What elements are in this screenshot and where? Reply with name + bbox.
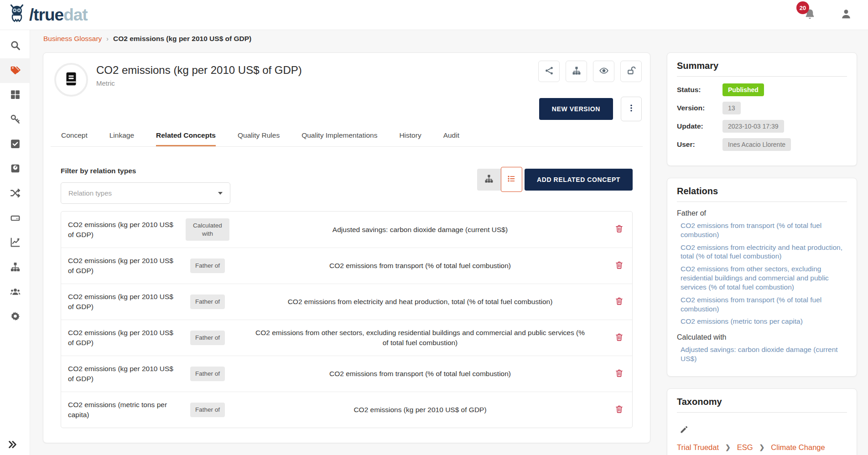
delete-relation-button[interactable] [606,296,632,308]
watch-button[interactable] [593,61,614,82]
concept-card: CO2 emissions (kg per 2010 US$ of GDP) M… [43,52,650,443]
sidebar-item-access[interactable] [0,108,30,132]
relation-source: CO2 emissions (kg per 2010 US$ of GDP) [61,256,181,275]
new-version-button[interactable]: NEW VERSION [539,98,613,120]
tab-history[interactable]: History [399,131,421,146]
gear-icon [10,310,21,324]
taxonomy-path: Trial Truedat ❯ ESG ❯ Climate Change [677,443,847,455]
caret-down-icon [218,192,223,195]
drive-icon [10,212,21,225]
update-label: Update: [677,122,722,130]
relation-link[interactable]: CO2 emissions from electricity and heat … [681,243,847,261]
delete-relation-button[interactable] [606,332,632,344]
users-icon [10,286,21,299]
chevron-right-icon: ❯ [725,444,731,451]
taxonomy-link-subdomain[interactable]: ESG [737,443,753,452]
relations-panel: Relations Father of CO2 emissions from t… [667,178,857,377]
left-sidebar [0,30,30,455]
user-label: User: [677,140,722,149]
double-chevron-right-icon [7,443,17,451]
tab-concept[interactable]: Concept [61,131,88,146]
sidebar-item-users[interactable] [0,280,30,305]
trash-icon [614,368,624,380]
delete-relation-button[interactable] [606,224,632,235]
tab-related-concepts[interactable]: Related Concepts [156,131,216,146]
notifications-bell-icon[interactable]: 20 [804,8,816,22]
sidebar-item-scoring[interactable] [0,157,30,181]
truedat-logo[interactable]: /truedat [6,4,88,26]
delete-relation-button[interactable] [606,368,632,380]
relation-types-select[interactable]: Relation types [61,182,230,204]
notification-count-badge: 20 [796,1,809,14]
related-concepts-list: CO2 emissions (kg per 2010 US$ of GDP) C… [61,211,633,428]
user-profile-icon[interactable] [840,8,852,22]
relation-type-badge: Father of [190,331,225,345]
relation-type-badge: Father of [190,403,225,417]
delete-relation-button[interactable] [606,260,632,272]
relation-source: CO2 emissions (kg per 2010 US$ of GDP) [61,220,181,239]
owl-logo-icon [6,4,27,26]
sidebar-item-catalog[interactable] [0,83,30,108]
relation-target: Adjusted savings: carbon dioxide damage … [234,225,606,235]
tree-view-toggle[interactable] [477,169,501,191]
sidebar-item-quality[interactable] [0,132,30,157]
add-related-concept-button[interactable]: ADD RELATED CONCEPT [525,169,633,191]
summary-title: Summary [677,61,847,77]
delete-relation-button[interactable] [606,404,632,416]
concept-avatar [54,63,88,97]
version-label: Version: [677,104,722,112]
sidebar-item-glossary[interactable] [0,58,30,83]
breadcrumb-business-glossary[interactable]: Business Glossary [43,35,102,43]
concept-tabs: Concept Linkage Related Concepts Quality… [51,131,643,147]
relation-type-badge: Father of [190,295,225,309]
taxonomy-view-button[interactable] [566,61,587,82]
more-options-button[interactable] [621,97,642,121]
list-view-toggle[interactable] [501,167,522,192]
key-icon [10,114,21,127]
trash-icon [614,332,624,344]
tab-audit[interactable]: Audit [443,131,459,146]
taxonomy-link-domain[interactable]: Trial Truedat [677,443,719,452]
edit-taxonomy-button[interactable] [680,425,689,436]
pencil-icon [680,428,689,435]
relation-row: CO2 emissions (kg per 2010 US$ of GDP) F… [61,248,632,284]
relation-target: CO2 emissions from electricity and heat … [234,297,606,307]
line-chart-icon [10,237,21,250]
user-badge: Ines Acacio Llorente [722,138,791,151]
sidebar-item-sources[interactable] [0,206,30,231]
trash-icon [614,260,624,272]
relation-target: CO2 emissions from other sectors, exclud… [234,328,606,347]
sidebar-item-lineage[interactable] [0,181,30,206]
sidebar-item-structures[interactable] [0,255,30,280]
top-bar: /truedat 20 [0,0,868,30]
relation-type-badge: Father of [190,367,225,381]
relation-link[interactable]: CO2 emissions (metric tons per capita) [681,317,847,326]
relation-target: CO2 emissions from transport (% of total… [234,369,606,379]
relation-target: CO2 emissions (kg per 2010 US$ of GDP) [234,405,606,415]
book-icon [63,71,79,89]
taxonomy-link-leaf[interactable]: Climate Change [771,443,825,452]
relation-type-badge: Calculated with [186,218,229,241]
tab-linkage[interactable]: Linkage [109,131,134,146]
relation-link[interactable]: CO2 emissions from transport (% of total… [681,295,847,314]
relation-row: CO2 emissions (kg per 2010 US$ of GDP) F… [61,320,632,356]
relation-link[interactable]: CO2 emissions from transport (% of total… [681,221,847,239]
shuffle-icon [10,187,21,201]
sidebar-expand-button[interactable] [7,439,17,451]
kebab-menu-icon [627,103,636,114]
relation-link[interactable]: CO2 emissions from other sectors, exclud… [681,264,847,291]
sidebar-item-search[interactable] [0,34,30,58]
breadcrumb: Business Glossary › CO2 emissions (kg pe… [43,35,251,43]
father-of-label: Father of [677,209,847,217]
tab-quality-implementations[interactable]: Quality Implementations [301,131,377,146]
eye-icon [599,66,609,78]
sidebar-item-settings[interactable] [0,305,30,329]
confidential-button[interactable] [620,61,642,82]
sidebar-item-dashboards[interactable] [0,231,30,255]
relation-row: CO2 emissions (kg per 2010 US$ of GDP) C… [61,212,632,248]
share-button[interactable] [538,61,560,82]
relation-type-badge: Father of [190,259,225,273]
relation-link[interactable]: Adjusted savings: carbon dioxide damage … [681,345,847,363]
tab-quality-rules[interactable]: Quality Rules [238,131,280,146]
version-badge: 13 [722,102,741,114]
